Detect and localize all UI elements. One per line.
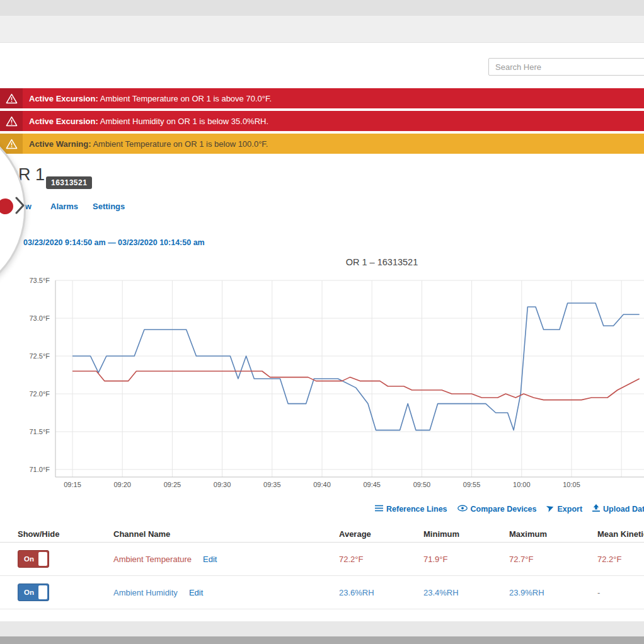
edit-channel-link[interactable]: Edit <box>203 555 217 564</box>
col-header-average: Average <box>339 529 423 539</box>
warning-triangle-icon <box>0 88 23 108</box>
line-chart: 73.5°F73.0°F72.5°F72.0°F71.5°F71.0°F09:1… <box>0 271 644 492</box>
reference-lines-icon <box>375 505 383 514</box>
mkt-value: 72.2°F <box>597 555 644 564</box>
average-value: 23.6%RH <box>339 588 423 597</box>
edit-channel-link[interactable]: Edit <box>189 588 203 597</box>
alert-banner-warning: Active Warning: Ambient Temperature on O… <box>0 134 644 154</box>
compare-devices-icon <box>457 505 468 514</box>
svg-text:73.5°F: 73.5°F <box>29 277 50 284</box>
browser-chrome-band <box>0 0 644 16</box>
footer-band-dark <box>0 636 644 644</box>
col-header-show-hide: Show/Hide <box>18 529 113 539</box>
export-button[interactable]: Export <box>547 504 583 514</box>
svg-text:09:40: 09:40 <box>313 481 331 488</box>
alert-text: Active Excursion: Ambient Humidity on OR… <box>29 117 268 126</box>
svg-text:09:20: 09:20 <box>113 481 131 488</box>
compare-devices-button[interactable]: Compare Devices <box>457 505 537 514</box>
svg-text:09:45: 09:45 <box>363 481 381 488</box>
browser-chrome-band-2 <box>0 16 644 43</box>
svg-text:09:35: 09:35 <box>263 481 281 488</box>
tab-alarms[interactable]: Alarms <box>50 202 78 211</box>
mkt-value: - <box>597 588 644 597</box>
svg-text:09:15: 09:15 <box>64 481 81 488</box>
channel-name: Ambient Humidity <box>113 588 178 597</box>
col-header-mean-kinetic: Mean Kinetic Temperature <box>597 529 644 539</box>
export-icon <box>545 503 555 514</box>
alert-banner-excursion-temperature: Active Excursion: Ambient Temperature on… <box>0 88 644 108</box>
col-header-channel-name: Channel Name <box>113 529 339 539</box>
col-header-maximum: Maximum <box>509 529 597 539</box>
device-serial-badge: 16313521 <box>46 176 92 189</box>
svg-text:73.0°F: 73.0°F <box>29 314 50 322</box>
svg-text:10:05: 10:05 <box>563 481 580 488</box>
tab-settings[interactable]: Settings <box>93 202 125 211</box>
minimum-value: 71.9°F <box>423 555 509 564</box>
reference-lines-button[interactable]: Reference Lines <box>375 505 447 514</box>
page: Active Excursion: Ambient Temperature on… <box>0 0 644 644</box>
svg-text:10:00: 10:00 <box>513 481 531 488</box>
svg-text:09:30: 09:30 <box>214 481 231 488</box>
svg-text:09:55: 09:55 <box>463 481 481 488</box>
alert-banner-excursion-humidity: Active Excursion: Ambient Humidity on OR… <box>0 111 644 131</box>
upload-data-button[interactable]: Upload Data <box>592 504 644 514</box>
svg-text:71.0°F: 71.0°F <box>29 466 50 473</box>
col-header-minimum: Minimum <box>423 529 509 539</box>
table-header-row: Show/Hide Channel Name Average Minimum M… <box>0 526 644 543</box>
upload-data-icon <box>592 504 600 514</box>
average-value: 72.2°F <box>339 555 423 564</box>
toggle-knob <box>38 552 47 566</box>
chart-title: OR 1 – 16313521 <box>120 257 644 267</box>
show-hide-toggle-temperature[interactable]: On <box>18 550 49 568</box>
chevron-right-icon[interactable] <box>15 197 25 217</box>
svg-text:09:50: 09:50 <box>413 481 431 488</box>
channel-name: Ambient Temperature <box>113 555 192 564</box>
alert-text: Active Excursion: Ambient Temperature on… <box>29 94 272 103</box>
chart-actions: Reference Lines Compare Devices Export U… <box>375 504 644 514</box>
table-row-temperature: On Ambient Temperature Edit 72.2°F 71.9°… <box>0 543 644 576</box>
svg-text:72.0°F: 72.0°F <box>29 390 50 398</box>
maximum-value: 23.9%RH <box>509 588 597 597</box>
alert-text: Active Warning: Ambient Temperature on O… <box>29 139 268 149</box>
show-hide-toggle-humidity[interactable]: On <box>18 584 49 601</box>
maximum-value: 72.7°F <box>509 555 597 564</box>
channels-table: Show/Hide Channel Name Average Minimum M… <box>0 526 644 609</box>
svg-text:71.5°F: 71.5°F <box>29 428 50 435</box>
minimum-value: 23.4%RH <box>423 588 509 597</box>
table-row-humidity: On Ambient Humidity Edit 23.6%RH 23.4%RH… <box>0 576 644 609</box>
svg-text:09:25: 09:25 <box>164 481 181 488</box>
svg-text:72.5°F: 72.5°F <box>29 352 50 360</box>
toggle-knob <box>38 585 47 599</box>
search-input[interactable] <box>488 58 644 76</box>
warning-triangle-icon <box>0 111 23 131</box>
date-range[interactable]: 03/23/2020 9:14:50 am — 03/23/2020 10:14… <box>23 238 205 247</box>
footer-band <box>0 621 644 636</box>
